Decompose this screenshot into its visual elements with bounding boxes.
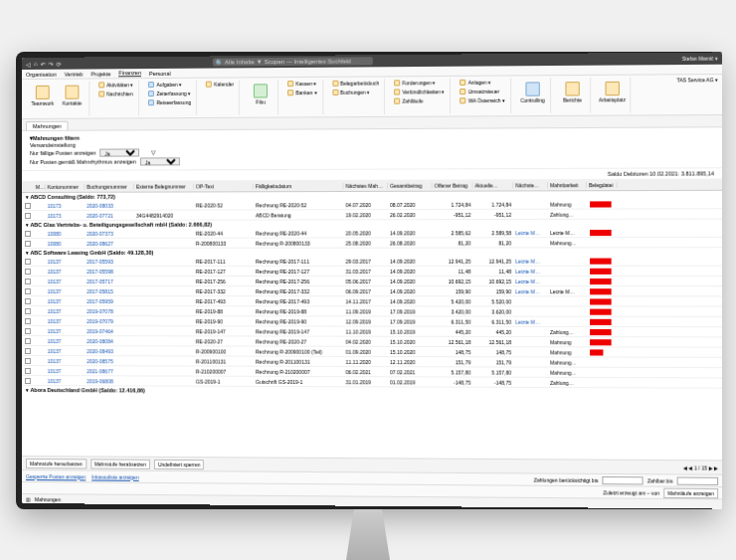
cell-konto[interactable]: 10137 xyxy=(46,287,86,293)
table-row[interactable]: 101372017-05717RE-2017-256Rechnung RE-20… xyxy=(22,276,722,285)
ribbon-belegarbeitsbuch[interactable]: Belegarbeitsbuch xyxy=(330,79,381,87)
ribbon-verbindlichkeiten[interactable]: Verbindlichkeiten ▾ xyxy=(392,88,447,95)
funnel-icon[interactable]: ▽ xyxy=(151,149,156,155)
row-checkbox[interactable] xyxy=(25,347,31,353)
menu-organisation[interactable]: Organisation xyxy=(26,71,57,77)
cell-buchung[interactable]: 2020-08575 xyxy=(85,357,134,363)
table-row[interactable]: 101732020-0772134G4482914020ABCD Beratun… xyxy=(22,209,722,221)
table-row[interactable]: 101372017-05959RE-2017-493Rechnung RE-20… xyxy=(22,296,722,307)
cell-buchung[interactable]: 2017-05815 xyxy=(85,287,134,293)
ribbon-aufgaben[interactable]: Aufgaben ▾ xyxy=(146,80,193,88)
cell-konto[interactable]: 10080 xyxy=(46,240,86,246)
cell-konto[interactable]: 10137 xyxy=(46,268,86,274)
table-row[interactable]: 101372019-07464RE-2019-147Rechnung RE-20… xyxy=(22,326,722,337)
ribbon-kassen[interactable]: Kassen ▾ xyxy=(285,79,319,87)
table-row[interactable]: 101372017-05815RE-2017-332Rechnung RE-20… xyxy=(22,286,722,296)
row-checkbox[interactable] xyxy=(25,287,31,293)
undo-icon[interactable]: ↶ xyxy=(40,60,45,67)
ribbon-buchungen[interactable]: Buchungen ▾ xyxy=(330,88,381,95)
ribbon-reiseerfassung[interactable]: Reiseerfassung xyxy=(146,97,193,105)
company-selector[interactable]: TAS Service AG ▾ xyxy=(677,77,719,83)
cell-buchung[interactable]: 2019-07078 xyxy=(85,307,134,313)
cell-buchung[interactable]: 2020-07721 xyxy=(85,212,134,218)
tab-mahnungen[interactable]: Mahnungen xyxy=(26,120,69,129)
link-inkasso[interactable]: Inkassoliste anzeigen xyxy=(92,472,139,478)
filter-rhythmus-select[interactable]: Ja xyxy=(140,157,180,165)
cell-konto[interactable]: 10137 xyxy=(46,297,86,303)
ribbon-anlagen[interactable]: Anlagen ▾ xyxy=(459,78,507,86)
cell-aktuelle[interactable]: Letzte M… xyxy=(513,268,548,274)
menu-personal[interactable]: Personal xyxy=(149,70,171,76)
cell-buchung[interactable]: 2020-08084 xyxy=(85,337,134,343)
row-checkbox[interactable] xyxy=(25,212,31,218)
ribbon-wa-oesterreich[interactable]: WA Österreich ▾ xyxy=(459,95,507,103)
table-row[interactable]: 101372017-05598RE-2017-127Rechnung RE-20… xyxy=(22,266,722,276)
cell-konto[interactable]: 10137 xyxy=(46,377,86,383)
row-checkbox[interactable] xyxy=(25,268,31,274)
btn-sperren[interactable]: Undefiniert sperren xyxy=(154,459,204,468)
btn-mahnstufe-down[interactable]: Mahnstufe herabsetzen xyxy=(91,458,150,467)
cell-aktuelle[interactable]: Letzte M… xyxy=(513,318,548,324)
user-menu[interactable]: Stefan Mamić ▾ xyxy=(682,55,718,61)
row-checkbox[interactable] xyxy=(25,327,31,333)
menu-projekte[interactable]: Projekte xyxy=(91,70,110,76)
row-checkbox[interactable] xyxy=(25,297,31,303)
ribbon-arbeitsplatz[interactable]: Arbeitsplatz xyxy=(598,77,627,105)
cell-buchung[interactable]: 2017-05717 xyxy=(85,278,134,283)
row-checkbox[interactable] xyxy=(25,307,31,313)
home-icon[interactable]: ⌂ xyxy=(34,60,38,66)
cell-konto[interactable]: 10080 xyxy=(46,230,86,236)
cell-konto[interactable]: 10137 xyxy=(46,327,86,333)
cell-konto[interactable]: 10173 xyxy=(46,202,86,208)
table-row[interactable]: 100802020-08627R-200800133Rechnung R-200… xyxy=(22,237,722,248)
row-checkbox[interactable] xyxy=(25,337,31,343)
row-checkbox[interactable] xyxy=(25,278,31,283)
pager[interactable]: ◀ ◀ 1 / 15 ▶ ▶ xyxy=(683,464,718,469)
status-chart-icon[interactable]: ▥ xyxy=(26,495,31,501)
ribbon-banken[interactable]: Banken ▾ xyxy=(285,88,319,95)
ribbon-zeiterfassung[interactable]: Zeiterfassung ▾ xyxy=(146,89,193,96)
table-row[interactable]: 100802020-07373RE-2020-44Rechnung RE-202… xyxy=(22,227,722,238)
cell-buchung[interactable]: 2020-08493 xyxy=(85,347,134,353)
cell-konto[interactable]: 10137 xyxy=(46,347,86,353)
cell-konto[interactable]: 10137 xyxy=(46,278,86,283)
ribbon-kalender[interactable]: Kalender xyxy=(204,80,236,88)
table-row[interactable]: 101372019-07078RE-2019-88Rechnung RE-201… xyxy=(22,306,722,317)
ribbon-zahllaeufe[interactable]: Zahlläufe xyxy=(392,96,447,104)
row-checkbox[interactable] xyxy=(25,317,31,323)
cell-aktuelle[interactable]: Letzte M… xyxy=(513,258,548,264)
cell-konto[interactable]: 10137 xyxy=(46,307,86,313)
ribbon-nachrichten[interactable]: Nachrichten xyxy=(96,90,135,97)
filter-title[interactable]: ▾Mahnungen filtern xyxy=(30,134,80,140)
input-zahlungen-bis[interactable] xyxy=(603,475,644,483)
cell-buchung[interactable]: 2020-07373 xyxy=(85,230,134,236)
row-checkbox[interactable] xyxy=(25,357,31,363)
ribbon-kontakte[interactable]: Kontakte xyxy=(59,81,87,108)
cell-buchung[interactable]: 2019-06808 xyxy=(85,377,134,383)
row-checkbox[interactable] xyxy=(25,377,31,383)
ribbon-teamwork[interactable]: Teamwork xyxy=(29,81,57,108)
ribbon-forderungen[interactable]: Forderungen ▾ xyxy=(392,78,447,86)
table-row[interactable]: 101372019-07079RE-2019-90Rechnung RE-201… xyxy=(22,316,722,327)
cell-aktuelle[interactable]: Letzte M… xyxy=(513,278,548,283)
cell-buchung[interactable]: 2020-08033 xyxy=(85,202,134,208)
cell-konto[interactable]: 10137 xyxy=(46,357,86,363)
row-checkbox[interactable] xyxy=(25,258,31,264)
cell-aktuelle[interactable]: Letzte M… xyxy=(513,229,548,235)
row-checkbox[interactable] xyxy=(25,202,31,208)
ribbon-umsatzsteuer[interactable]: Umsatzsteuer xyxy=(459,87,507,94)
cell-buchung[interactable]: 2019-07464 xyxy=(85,327,134,333)
input-zahlbar-bis[interactable] xyxy=(677,475,718,483)
cell-buchung[interactable]: 2019-07079 xyxy=(85,317,134,323)
btn-mahnstufe-up[interactable]: Mahnstufe heraufsetzen xyxy=(26,458,87,467)
cell-buchung[interactable]: 2017-05598 xyxy=(85,268,134,274)
cell-buchung[interactable]: 2020-08627 xyxy=(85,240,134,246)
row-checkbox[interactable] xyxy=(25,230,31,236)
refresh-icon[interactable]: ⟳ xyxy=(56,60,61,67)
filter-faellig-select[interactable]: Ja xyxy=(99,148,139,156)
redo-icon[interactable]: ↷ xyxy=(48,60,53,67)
cell-buchung[interactable]: 2017-05959 xyxy=(85,297,134,303)
ribbon-controlling[interactable]: Controlling xyxy=(518,78,547,106)
row-checkbox[interactable] xyxy=(25,367,31,373)
ribbon-aktivitaeten[interactable]: Aktivitäten ▾ xyxy=(96,81,135,89)
